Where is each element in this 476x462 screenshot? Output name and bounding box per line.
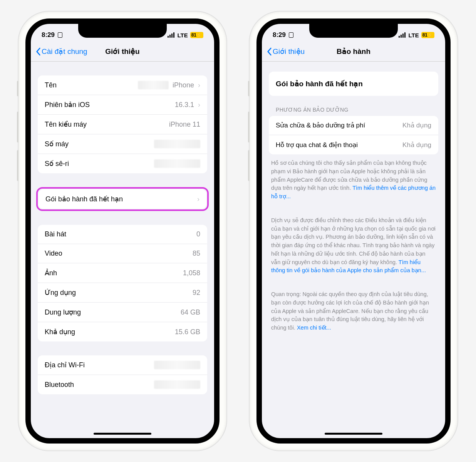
status-time: 8:29: [42, 31, 55, 39]
row-wifi-address: Địa chỉ Wi-Fi: [38, 355, 207, 375]
notch: [309, 24, 398, 38]
back-label: Giới thiệu: [273, 47, 305, 56]
row-available: Khả dụng 15.6 GB: [38, 322, 207, 341]
battery-icon: 81⚡: [190, 32, 203, 38]
row-capacity: Dung lượng 64 GB: [38, 303, 207, 322]
chevron-left-icon: [35, 47, 41, 56]
phone-right: 8:29 LTE 81⚡ Giới thiệu Bảo hành Gói bảo…: [250, 12, 458, 450]
nav-bar: Cài đặt chung Giới thiệu: [31, 43, 214, 62]
home-indicator[interactable]: [94, 433, 151, 435]
network-label: LTE: [408, 32, 419, 38]
group-network: Địa chỉ Wi-Fi Bluetooth: [38, 355, 207, 394]
highlight-annotation: Gói bảo hành đã hết hạn ›: [36, 187, 209, 211]
row-serial[interactable]: Số sê-ri: [38, 154, 207, 173]
blurred-value: [154, 361, 200, 369]
nav-title: Bảo hành: [337, 47, 370, 56]
content[interactable]: Gói bảo hành đã hết hạn PHƯƠNG ÁN BẢO DƯ…: [262, 62, 445, 436]
blurred-value: [154, 159, 200, 168]
group-service-options: Sửa chữa & bảo dưỡng trả phí Khả dụng Hỗ…: [269, 116, 438, 154]
chevron-right-icon: ›: [198, 81, 200, 89]
nav-title: Giới thiệu: [105, 47, 139, 56]
row-apps: Ứng dụng 92: [38, 283, 207, 303]
blurred-value: [154, 140, 200, 148]
group-storage: Bài hát 0 Video 85 Ảnh 1,058 Ứng dụng 92…: [38, 225, 207, 341]
section-header: PHƯƠNG ÁN BẢO DƯỠNG: [262, 96, 445, 116]
card-icon: [58, 32, 62, 38]
chevron-right-icon: ›: [198, 101, 200, 109]
row-bluetooth: Bluetooth: [38, 375, 207, 394]
status-time: 8:29: [273, 31, 286, 39]
back-button[interactable]: Cài đặt chung: [35, 47, 87, 56]
row-photos: Ảnh 1,058: [38, 263, 207, 283]
screen: 8:29 LTE 81⚡ Cài đặt chung Giới thiệu Tê…: [25, 18, 220, 444]
blurred-value: [138, 81, 169, 89]
row-name[interactable]: Tên iPhone›: [38, 75, 207, 95]
details-link[interactable]: Xem chi tiết...: [297, 325, 331, 331]
warranty-status-card: Gói bảo hành đã hết hạn: [269, 72, 438, 96]
chevron-left-icon: [266, 47, 272, 56]
row-warranty[interactable]: Gói bảo hành đã hết hạn ›: [39, 189, 206, 209]
content[interactable]: Tên iPhone› Phiên bản iOS 16.3.1› Tên ki…: [31, 62, 214, 436]
battery-icon: 81⚡: [421, 32, 434, 38]
row-chat-support[interactable]: Hỗ trợ qua chat & điện thoại Khả dụng: [269, 135, 438, 154]
footer-para-3: Quan trọng: Ngoài các quyền theo quy địn…: [262, 275, 445, 332]
footer-para-1: Hồ sơ của chúng tôi cho thấy sản phẩm củ…: [262, 154, 445, 201]
blurred-value: [154, 380, 200, 389]
warranty-status-title: Gói bảo hành đã hết hạn: [269, 72, 438, 96]
row-videos: Video 85: [38, 244, 207, 263]
home-indicator[interactable]: [325, 433, 382, 435]
row-paid-repair[interactable]: Sửa chữa & bảo dưỡng trả phí Khả dụng: [269, 116, 438, 135]
signal-icon: [399, 32, 406, 38]
screen: 8:29 LTE 81⚡ Giới thiệu Bảo hành Gói bảo…: [256, 18, 451, 444]
row-model-name[interactable]: Tên kiểu máy iPhone 11: [38, 115, 207, 134]
group-device-info: Tên iPhone› Phiên bản iOS 16.3.1› Tên ki…: [38, 75, 207, 173]
nav-bar: Giới thiệu Bảo hành: [262, 43, 445, 62]
row-ios-version[interactable]: Phiên bản iOS 16.3.1›: [38, 95, 207, 115]
phone-left: 8:29 LTE 81⚡ Cài đặt chung Giới thiệu Tê…: [18, 12, 226, 450]
notch: [78, 24, 167, 38]
footer-para-2: Dịch vụ sẽ được điều chỉnh theo các Điều…: [262, 201, 445, 275]
card-icon: [289, 32, 293, 38]
back-label: Cài đặt chung: [42, 47, 87, 56]
signal-icon: [168, 32, 174, 38]
row-songs: Bài hát 0: [38, 225, 207, 244]
back-button[interactable]: Giới thiệu: [266, 47, 305, 56]
chevron-right-icon: ›: [197, 195, 199, 203]
network-label: LTE: [177, 32, 188, 38]
group-warranty: Gói bảo hành đã hết hạn ›: [39, 189, 206, 209]
row-model-number[interactable]: Số máy: [38, 134, 207, 154]
